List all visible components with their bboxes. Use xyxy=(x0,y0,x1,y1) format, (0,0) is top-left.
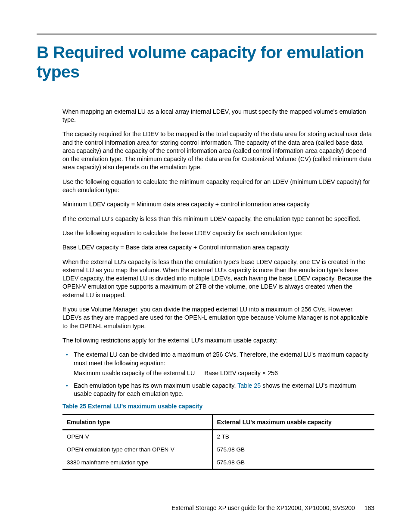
page-number: 183 xyxy=(364,504,374,511)
paragraph: The capacity required for the LDEV to be… xyxy=(62,130,374,171)
list-text: The external LU can be divided into a ma… xyxy=(74,351,368,366)
paragraph: When the external LU's capacity is less … xyxy=(62,258,374,299)
bullet-icon: • xyxy=(66,382,68,390)
list-item: • Each emulation type has its own maximu… xyxy=(62,382,374,398)
capacity-table: Emulation type External LU's maximum usa… xyxy=(62,414,374,470)
table-cell: 575.98 GB xyxy=(212,443,374,456)
paragraph: Use the following equation to calculate … xyxy=(62,178,374,195)
restriction-list list-list: • The external LU can be divided into a … xyxy=(62,351,374,398)
table-row: OPEN-V 2 TB xyxy=(62,429,374,443)
footer-text: External Storage XP user guide for the X… xyxy=(171,504,355,511)
table-cell: 3380 mainframe emulation type xyxy=(62,456,212,469)
list-text: Each emulation type has its own maximum … xyxy=(74,382,237,389)
paragraph: If the external LU's capacity is less th… xyxy=(62,215,374,223)
table-caption: Table 25 External LU's maximum usable ca… xyxy=(62,403,374,410)
paragraph: When mapping an external LU as a local a… xyxy=(62,108,374,124)
content-body: When mapping an external LU as a local a… xyxy=(37,108,377,470)
table-header: External LU's maximum usable capacity xyxy=(212,414,374,429)
paragraph: Use the following equation to calculate … xyxy=(62,229,374,237)
page-footer: External Storage XP user guide for the X… xyxy=(171,504,374,511)
paragraph: Base LDEV capacity = Base data area capa… xyxy=(62,243,374,252)
list-item: • The external LU can be divided into a … xyxy=(62,351,374,377)
table-row: OPEN emulation type other than OPEN-V 57… xyxy=(62,443,374,456)
table-cell: 575.98 GB xyxy=(212,456,374,469)
table-cell: OPEN emulation type other than OPEN-V xyxy=(62,443,212,456)
equation-text: Maximum usable capacity of the external … xyxy=(74,369,374,377)
table-cell: 2 TB xyxy=(212,429,374,443)
bullet-icon: • xyxy=(66,351,68,359)
paragraph: The following restrictions apply for the… xyxy=(62,336,374,345)
paragraph: Minimum LDEV capacity = Minimum data are… xyxy=(62,200,374,208)
table-25-link[interactable]: Table 25 xyxy=(237,382,261,389)
table-row: 3380 mainframe emulation type 575.98 GB xyxy=(62,456,374,469)
table-cell: OPEN-V xyxy=(62,429,212,443)
page-title: B Required volume capacity for emulation… xyxy=(37,43,377,82)
table-header: Emulation type xyxy=(62,414,212,429)
paragraph: If you use Volume Manager, you can divid… xyxy=(62,305,374,330)
